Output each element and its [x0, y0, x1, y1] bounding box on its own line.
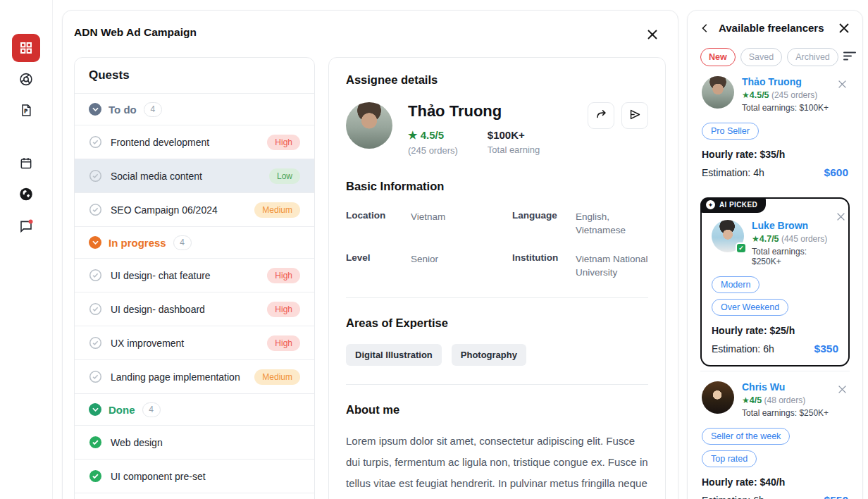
quest-group-header-to-do[interactable]: To do4 — [75, 94, 314, 125]
freelancer-card-header: Thảo Truong★4.5/5 (245 orders)Total earn… — [702, 76, 848, 113]
priority-badge: High — [267, 335, 300, 351]
task-row[interactable]: UX improvementHigh — [75, 326, 314, 360]
check-circle-done-icon — [89, 436, 102, 449]
check-circle-icon — [89, 336, 102, 350]
share-forward-icon — [595, 108, 608, 123]
check-circle-icon — [89, 269, 102, 282]
quest-group-label: Done — [108, 404, 135, 416]
sort-icon[interactable] — [843, 51, 856, 63]
info-value: Vietnam — [411, 210, 505, 237]
task-row[interactable]: Frontend developmentHigh — [75, 125, 314, 159]
sidebar-item-calendar[interactable] — [19, 156, 33, 171]
task-label: Web design — [111, 437, 163, 448]
share-button[interactable] — [588, 102, 614, 129]
expertise-tags: Digital IllustrationPhotography — [346, 344, 648, 366]
hourly-rate: Hourly rate: $40/h — [702, 476, 848, 488]
estimation-price: $550 — [824, 494, 848, 499]
avatar-image — [702, 76, 734, 109]
sidebar-item-pages[interactable]: P — [19, 103, 33, 118]
freelancer-tags: Seller of the weekTop rated — [702, 428, 848, 467]
task-row[interactable]: UI design- dashboardHigh — [75, 292, 314, 326]
back-chevron-icon[interactable] — [700, 23, 710, 33]
sidebar-item-browser[interactable] — [19, 72, 34, 87]
assignee-name: Thảo Truong — [408, 102, 540, 121]
task-row[interactable]: SEO Campaign 06/2024Medium — [75, 193, 314, 227]
quest-list: To do4Frontend developmentHighSocial med… — [75, 94, 314, 493]
task-label: Landing page implementation — [111, 371, 240, 383]
freelancer-tag[interactable]: Modern — [712, 276, 760, 293]
assignee-card: Assignee details Thảo Truong ★ 4.5/5 (24… — [328, 57, 666, 499]
freelancer-tag[interactable]: Pro Seller — [702, 123, 759, 140]
priority-badge: High — [267, 268, 300, 283]
freelancer-cards: Thảo Truong★4.5/5 (245 orders)Total earn… — [700, 66, 850, 499]
star-icon: ★ — [742, 90, 750, 100]
calendar-icon — [19, 156, 33, 171]
freelancer-tags: ModernOver Weekend — [712, 276, 838, 316]
send-button[interactable] — [621, 102, 648, 129]
avatar-image — [702, 381, 734, 414]
filter-chip-archived[interactable]: Archived — [787, 48, 838, 66]
info-value: Vietnam National University — [576, 252, 648, 279]
task-row[interactable]: Landing page implementationMedium — [75, 360, 314, 394]
freelancer-name[interactable]: Thảo Truong — [742, 76, 829, 87]
priority-badge: High — [267, 135, 300, 150]
estimation-label: Estimation: 6h — [712, 343, 774, 355]
hourly-rate: Hourly rate: $25/h — [712, 325, 838, 336]
freelancer-tag[interactable]: Seller of the week — [702, 428, 790, 445]
freelancer-rating: ★4.7/5 (445 orders) — [752, 234, 838, 244]
quest-group-header-done[interactable]: Done4 — [75, 394, 314, 426]
star-icon: ★ — [408, 129, 417, 141]
freelancer-tag[interactable]: Over Weekend — [712, 299, 788, 316]
freelancer-name[interactable]: Chris Wu — [742, 381, 829, 393]
freelancer-tags: Pro Seller — [702, 123, 848, 140]
divider — [346, 384, 648, 385]
priority-badge: Low — [269, 168, 300, 184]
task-row[interactable]: Web design — [75, 426, 314, 460]
sidebar-item-dashboard[interactable] — [12, 34, 40, 62]
estimation-price: $350 — [814, 343, 838, 355]
info-label: Institution — [512, 252, 569, 279]
task-row[interactable]: UI design- chat featureHigh — [75, 259, 314, 292]
freelancer-card: Chris Wu★4/5 (48 orders)Total earnings: … — [700, 371, 850, 499]
divider — [346, 297, 648, 298]
freelancer-name[interactable]: Luke Brown — [752, 220, 838, 231]
svg-text:P: P — [25, 109, 28, 113]
freelancer-earnings: Total earnings: $250K+ — [742, 408, 829, 418]
quest-group-count: 4 — [142, 402, 161, 417]
task-row[interactable]: UI component pre-set — [75, 460, 314, 493]
info-label: Location — [346, 210, 404, 237]
close-icon[interactable] — [838, 23, 850, 34]
assignee-orders: (245 orders) — [408, 145, 458, 156]
sidebar-item-chat[interactable] — [19, 218, 34, 233]
task-row[interactable]: Social media contentLow — [75, 159, 314, 193]
star-icon: ★ — [742, 395, 750, 405]
close-icon[interactable] — [838, 79, 847, 92]
dashboard-grid-icon — [20, 42, 32, 54]
estimation-row: Estimation: 6h$550 — [702, 494, 848, 499]
sidebar-item-globe[interactable] — [19, 187, 34, 202]
orders-count: (48 orders) — [762, 395, 805, 405]
close-icon[interactable] — [836, 211, 845, 224]
estimation-label: Estimation: 6h — [702, 495, 764, 499]
task-label: UX improvement — [111, 338, 184, 349]
quests-card: Quests To do4Frontend developmentHighSoc… — [74, 57, 315, 499]
freelancer-card-header: ✓Luke Brown★4.7/5 (445 orders)Total earn… — [712, 220, 838, 266]
freelancer-card: Thảo Truong★4.5/5 (245 orders)Total earn… — [700, 66, 850, 190]
close-icon[interactable] — [838, 384, 847, 397]
orders-count: (245 orders) — [769, 90, 818, 100]
rating-score: 4/5 — [750, 395, 762, 405]
freelancer-tag[interactable]: Top rated — [702, 450, 757, 467]
browser-icon — [19, 72, 34, 87]
check-circle-icon — [89, 302, 102, 316]
info-label: Language — [512, 210, 569, 237]
estimation-label: Estimation: 4h — [702, 167, 764, 178]
campaign-modal: ADN Web Ad Campaign Quests To do4Fronten… — [62, 10, 678, 499]
filter-chip-new[interactable]: New — [700, 48, 736, 66]
orders-count: (445 orders) — [779, 234, 828, 244]
close-icon[interactable] — [644, 26, 661, 43]
info-value: Senior — [411, 252, 505, 279]
priority-badge: High — [267, 302, 300, 317]
quest-group-header-in-progress[interactable]: In progress4 — [75, 227, 314, 259]
expertise-tag: Photography — [452, 344, 526, 366]
filter-chip-saved[interactable]: Saved — [740, 48, 782, 66]
